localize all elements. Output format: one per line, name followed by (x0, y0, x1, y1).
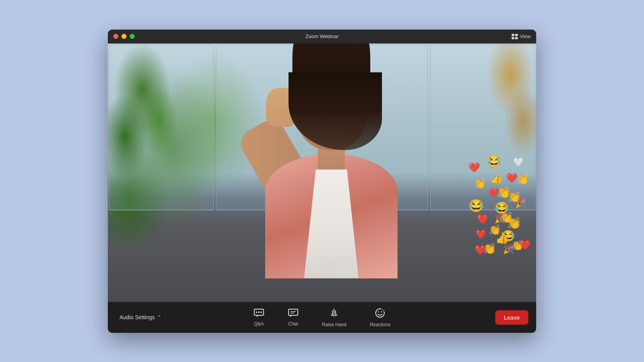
view-icon (512, 34, 518, 39)
qa-label: Q&A (254, 321, 264, 327)
toolbar-left: Audio Settings (116, 312, 165, 323)
view-button[interactable]: View (512, 33, 531, 39)
view-label: View (520, 33, 531, 39)
svg-point-2 (258, 311, 260, 313)
chevron-up-icon (157, 314, 162, 320)
reactions-label: Reactions (370, 322, 391, 327)
raise-hand-icon (329, 308, 340, 320)
toolbar: Audio Settings Q&A (108, 302, 536, 333)
person (238, 53, 425, 278)
person-body (265, 154, 398, 278)
reactions-button[interactable]: + Reactions (365, 305, 395, 330)
maximize-button[interactable] (130, 34, 135, 39)
titlebar: Zoom Webinar View (108, 30, 536, 44)
toolbar-center: Q&A Chat (249, 305, 395, 330)
svg-point-8 (378, 311, 379, 312)
svg-point-1 (256, 311, 257, 313)
window-controls (113, 34, 135, 39)
chat-label: Chat (288, 321, 298, 327)
qa-button[interactable]: Q&A (249, 306, 269, 329)
window-title: Zoom Webinar (305, 33, 338, 39)
svg-point-3 (260, 311, 262, 313)
chat-icon (288, 308, 299, 319)
close-button[interactable] (113, 34, 118, 39)
qa-icon (253, 308, 264, 319)
svg-text:+: + (382, 308, 384, 312)
raise-hand-button[interactable]: Raise Hand (317, 305, 351, 330)
minimize-button[interactable] (121, 34, 127, 39)
zoom-window: Zoom Webinar View (108, 30, 536, 333)
svg-rect-4 (289, 309, 298, 315)
audio-settings-label: Audio Settings (120, 314, 155, 320)
raise-hand-label: Raise Hand (322, 322, 347, 327)
chat-button[interactable]: Chat (283, 306, 303, 329)
person-shirt (292, 170, 370, 278)
toolbar-right: Leave (495, 310, 528, 325)
person-hair (292, 44, 370, 111)
audio-settings-button[interactable]: Audio Settings (116, 312, 165, 323)
video-area: ❤️😂🤍👍❤️👏👏👏❤️👏😂😂🎉❤️🎉👏👏😂👏❤️👍👏🎉❤️👏❤️ (108, 44, 536, 302)
leave-button[interactable]: Leave (495, 310, 528, 325)
reactions-icon: + (375, 308, 385, 320)
